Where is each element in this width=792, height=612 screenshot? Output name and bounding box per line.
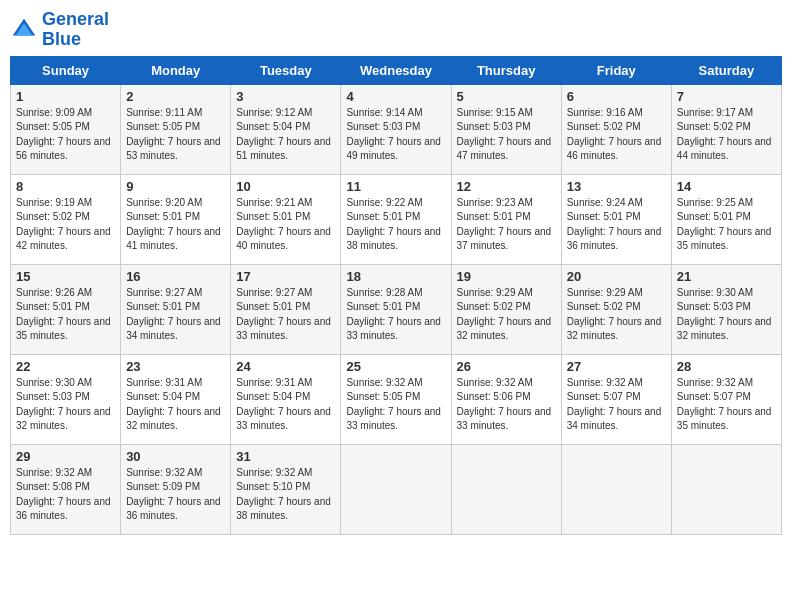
day-info: Sunrise: 9:12 AMSunset: 5:04 PMDaylight:… [236, 107, 331, 162]
logo-blue: Blue [42, 30, 109, 50]
calendar-cell: 16 Sunrise: 9:27 AMSunset: 5:01 PMDaylig… [121, 264, 231, 354]
logo: General Blue [10, 10, 109, 50]
calendar-cell: 4 Sunrise: 9:14 AMSunset: 5:03 PMDayligh… [341, 84, 451, 174]
calendar-cell: 2 Sunrise: 9:11 AMSunset: 5:05 PMDayligh… [121, 84, 231, 174]
day-number: 24 [236, 359, 335, 374]
day-info: Sunrise: 9:24 AMSunset: 5:01 PMDaylight:… [567, 197, 662, 252]
calendar-cell: 13 Sunrise: 9:24 AMSunset: 5:01 PMDaylig… [561, 174, 671, 264]
weekday-header: Friday [561, 56, 671, 84]
day-number: 11 [346, 179, 445, 194]
calendar-cell: 17 Sunrise: 9:27 AMSunset: 5:01 PMDaylig… [231, 264, 341, 354]
calendar-cell [561, 444, 671, 534]
day-info: Sunrise: 9:32 AMSunset: 5:08 PMDaylight:… [16, 467, 111, 522]
weekday-header-row: SundayMondayTuesdayWednesdayThursdayFrid… [11, 56, 782, 84]
day-number: 9 [126, 179, 225, 194]
day-info: Sunrise: 9:27 AMSunset: 5:01 PMDaylight:… [126, 287, 221, 342]
day-number: 20 [567, 269, 666, 284]
calendar-row: 29 Sunrise: 9:32 AMSunset: 5:08 PMDaylig… [11, 444, 782, 534]
calendar-cell: 10 Sunrise: 9:21 AMSunset: 5:01 PMDaylig… [231, 174, 341, 264]
calendar-cell: 5 Sunrise: 9:15 AMSunset: 5:03 PMDayligh… [451, 84, 561, 174]
day-number: 22 [16, 359, 115, 374]
day-number: 8 [16, 179, 115, 194]
day-number: 1 [16, 89, 115, 104]
day-info: Sunrise: 9:27 AMSunset: 5:01 PMDaylight:… [236, 287, 331, 342]
day-number: 7 [677, 89, 776, 104]
day-info: Sunrise: 9:30 AMSunset: 5:03 PMDaylight:… [677, 287, 772, 342]
day-number: 23 [126, 359, 225, 374]
calendar-cell: 21 Sunrise: 9:30 AMSunset: 5:03 PMDaylig… [671, 264, 781, 354]
calendar-cell: 8 Sunrise: 9:19 AMSunset: 5:02 PMDayligh… [11, 174, 121, 264]
weekday-header: Thursday [451, 56, 561, 84]
day-info: Sunrise: 9:11 AMSunset: 5:05 PMDaylight:… [126, 107, 221, 162]
day-info: Sunrise: 9:31 AMSunset: 5:04 PMDaylight:… [236, 377, 331, 432]
calendar-cell [451, 444, 561, 534]
day-info: Sunrise: 9:29 AMSunset: 5:02 PMDaylight:… [567, 287, 662, 342]
day-number: 13 [567, 179, 666, 194]
calendar-cell: 25 Sunrise: 9:32 AMSunset: 5:05 PMDaylig… [341, 354, 451, 444]
day-info: Sunrise: 9:31 AMSunset: 5:04 PMDaylight:… [126, 377, 221, 432]
day-info: Sunrise: 9:32 AMSunset: 5:07 PMDaylight:… [567, 377, 662, 432]
page-header: General Blue [10, 10, 782, 50]
day-info: Sunrise: 9:28 AMSunset: 5:01 PMDaylight:… [346, 287, 441, 342]
calendar-cell: 31 Sunrise: 9:32 AMSunset: 5:10 PMDaylig… [231, 444, 341, 534]
day-number: 18 [346, 269, 445, 284]
day-info: Sunrise: 9:32 AMSunset: 5:06 PMDaylight:… [457, 377, 552, 432]
day-number: 16 [126, 269, 225, 284]
weekday-header: Wednesday [341, 56, 451, 84]
day-number: 25 [346, 359, 445, 374]
day-number: 19 [457, 269, 556, 284]
day-info: Sunrise: 9:14 AMSunset: 5:03 PMDaylight:… [346, 107, 441, 162]
day-number: 14 [677, 179, 776, 194]
weekday-header: Monday [121, 56, 231, 84]
calendar-cell: 19 Sunrise: 9:29 AMSunset: 5:02 PMDaylig… [451, 264, 561, 354]
day-info: Sunrise: 9:30 AMSunset: 5:03 PMDaylight:… [16, 377, 111, 432]
calendar-cell: 30 Sunrise: 9:32 AMSunset: 5:09 PMDaylig… [121, 444, 231, 534]
calendar-cell: 9 Sunrise: 9:20 AMSunset: 5:01 PMDayligh… [121, 174, 231, 264]
day-number: 12 [457, 179, 556, 194]
day-info: Sunrise: 9:21 AMSunset: 5:01 PMDaylight:… [236, 197, 331, 252]
day-info: Sunrise: 9:23 AMSunset: 5:01 PMDaylight:… [457, 197, 552, 252]
day-info: Sunrise: 9:16 AMSunset: 5:02 PMDaylight:… [567, 107, 662, 162]
day-number: 27 [567, 359, 666, 374]
logo-general: General [42, 10, 109, 30]
calendar-cell: 12 Sunrise: 9:23 AMSunset: 5:01 PMDaylig… [451, 174, 561, 264]
calendar-table: SundayMondayTuesdayWednesdayThursdayFrid… [10, 56, 782, 535]
day-info: Sunrise: 9:22 AMSunset: 5:01 PMDaylight:… [346, 197, 441, 252]
day-number: 6 [567, 89, 666, 104]
day-info: Sunrise: 9:26 AMSunset: 5:01 PMDaylight:… [16, 287, 111, 342]
day-info: Sunrise: 9:32 AMSunset: 5:07 PMDaylight:… [677, 377, 772, 432]
day-info: Sunrise: 9:25 AMSunset: 5:01 PMDaylight:… [677, 197, 772, 252]
day-number: 15 [16, 269, 115, 284]
calendar-cell: 28 Sunrise: 9:32 AMSunset: 5:07 PMDaylig… [671, 354, 781, 444]
day-info: Sunrise: 9:19 AMSunset: 5:02 PMDaylight:… [16, 197, 111, 252]
calendar-cell [671, 444, 781, 534]
day-info: Sunrise: 9:29 AMSunset: 5:02 PMDaylight:… [457, 287, 552, 342]
calendar-cell: 11 Sunrise: 9:22 AMSunset: 5:01 PMDaylig… [341, 174, 451, 264]
calendar-row: 15 Sunrise: 9:26 AMSunset: 5:01 PMDaylig… [11, 264, 782, 354]
day-number: 29 [16, 449, 115, 464]
calendar-row: 1 Sunrise: 9:09 AMSunset: 5:05 PMDayligh… [11, 84, 782, 174]
calendar-cell: 15 Sunrise: 9:26 AMSunset: 5:01 PMDaylig… [11, 264, 121, 354]
day-number: 4 [346, 89, 445, 104]
day-number: 2 [126, 89, 225, 104]
day-number: 21 [677, 269, 776, 284]
calendar-cell: 24 Sunrise: 9:31 AMSunset: 5:04 PMDaylig… [231, 354, 341, 444]
calendar-cell: 7 Sunrise: 9:17 AMSunset: 5:02 PMDayligh… [671, 84, 781, 174]
calendar-cell: 22 Sunrise: 9:30 AMSunset: 5:03 PMDaylig… [11, 354, 121, 444]
day-number: 5 [457, 89, 556, 104]
calendar-cell [341, 444, 451, 534]
day-info: Sunrise: 9:32 AMSunset: 5:10 PMDaylight:… [236, 467, 331, 522]
day-number: 31 [236, 449, 335, 464]
calendar-cell: 26 Sunrise: 9:32 AMSunset: 5:06 PMDaylig… [451, 354, 561, 444]
calendar-cell: 23 Sunrise: 9:31 AMSunset: 5:04 PMDaylig… [121, 354, 231, 444]
day-number: 10 [236, 179, 335, 194]
weekday-header: Sunday [11, 56, 121, 84]
calendar-cell: 18 Sunrise: 9:28 AMSunset: 5:01 PMDaylig… [341, 264, 451, 354]
weekday-header: Tuesday [231, 56, 341, 84]
day-number: 30 [126, 449, 225, 464]
day-number: 17 [236, 269, 335, 284]
day-number: 26 [457, 359, 556, 374]
day-info: Sunrise: 9:32 AMSunset: 5:05 PMDaylight:… [346, 377, 441, 432]
calendar-cell: 29 Sunrise: 9:32 AMSunset: 5:08 PMDaylig… [11, 444, 121, 534]
calendar-cell: 1 Sunrise: 9:09 AMSunset: 5:05 PMDayligh… [11, 84, 121, 174]
